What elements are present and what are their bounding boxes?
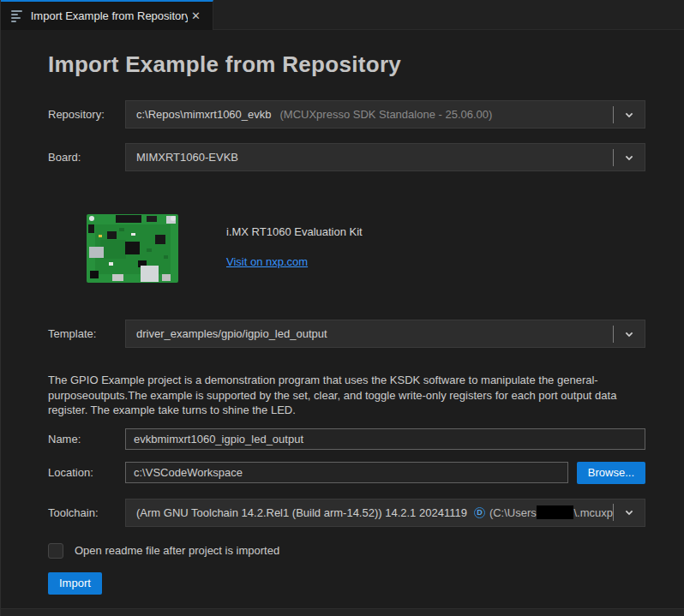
location-input[interactable] [125, 462, 568, 483]
chevron-down-icon[interactable] [614, 101, 645, 128]
board-row: Board: MIMXRT1060-EVKB [48, 143, 645, 171]
repository-dropdown-tail [613, 101, 645, 128]
template-dropdown-content: driver_examples/gpio/igpio_led_output [126, 327, 613, 340]
repository-row: Repository: c:\Repos\mimxrt1060_evkb (MC… [48, 100, 645, 129]
readme-checkbox-row: Open readme file after project is import… [48, 543, 645, 559]
name-input[interactable] [125, 428, 645, 450]
chevron-down-icon[interactable] [614, 320, 645, 347]
toolchain-path-prefix: (C:\Users [489, 506, 537, 519]
repository-dropdown-content: c:\Repos\mimxrt1060_evkb (MCUXpresso SDK… [126, 108, 613, 121]
location-field-wrap: Browse... [125, 462, 645, 484]
board-info: i.MX RT1060 Evaluation Kit Visit on nxp.… [226, 214, 363, 269]
readme-checkbox[interactable] [48, 543, 63, 559]
board-label: Board: [48, 151, 125, 164]
template-value: driver_examples/gpio/igpio_led_output [136, 327, 327, 340]
bottom-panel-edge [1, 608, 684, 616]
board-preview-section: i.MX RT1060 Evaluation Kit Visit on nxp.… [87, 214, 645, 283]
readme-checkbox-label: Open readme file after project is import… [75, 544, 279, 557]
board-dropdown-tail [613, 144, 645, 170]
name-label: Name: [48, 433, 125, 446]
import-form: Import Example from Repository Repositor… [1, 51, 684, 595]
toolchain-dropdown-tail [613, 499, 645, 526]
import-button[interactable]: Import [48, 572, 102, 595]
visit-nxp-link[interactable]: Visit on nxp.com [226, 255, 308, 268]
toolchain-dropdown[interactable]: (Arm GNU Toolchain 14.2.Rel1 (Build arm-… [125, 499, 645, 527]
tab-title: Import Example from Repository [31, 9, 188, 22]
board-dropdown-content: MIMXRT1060-EVKB [126, 151, 613, 164]
repository-label: Repository: [48, 108, 125, 121]
board-value: MIMXRT1060-EVKB [136, 151, 238, 164]
chevron-down-icon[interactable] [614, 499, 645, 526]
tab-bar-empty-space [213, 0, 684, 30]
template-row: Template: driver_examples/gpio/igpio_led… [48, 320, 645, 348]
location-row: Location: Browse... [48, 462, 645, 484]
tab-import-example[interactable]: Import Example from Repository ✕ [1, 0, 213, 30]
toolchain-value: (Arm GNU Toolchain 14.2.Rel1 (Build arm-… [136, 506, 467, 519]
repository-dropdown[interactable]: c:\Repos\mimxrt1060_evkb (MCUXpresso SDK… [125, 100, 645, 129]
toolchain-label: Toolchain: [48, 506, 125, 519]
repository-value: c:\Repos\mimxrt1060_evkb [136, 108, 272, 121]
chevron-down-icon[interactable] [614, 144, 645, 170]
browse-button[interactable]: Browse... [577, 462, 645, 484]
template-dropdown-tail [613, 320, 645, 347]
close-icon[interactable]: ✕ [188, 8, 204, 24]
toolchain-row: Toolchain: (Arm GNU Toolchain 14.2.Rel1 … [48, 499, 645, 527]
default-toolchain-badge-icon: D [474, 507, 485, 518]
name-row: Name: [48, 428, 645, 450]
list-lines-icon [11, 10, 24, 22]
redacted-username [537, 505, 574, 519]
import-example-panel: Import Example from Repository ✕ Import … [0, 0, 684, 616]
tab-bar: Import Example from Repository ✕ [1, 0, 684, 30]
repository-annotation: (MCUXpresso SDK Standalone - 25.06.00) [280, 108, 493, 121]
toolchain-dropdown-content: (Arm GNU Toolchain 14.2.Rel1 (Build arm-… [126, 505, 613, 519]
template-dropdown[interactable]: driver_examples/gpio/igpio_led_output [125, 320, 645, 348]
template-description: The GPIO Example project is a demonstrat… [48, 373, 645, 418]
template-label: Template: [48, 327, 125, 340]
location-label: Location: [48, 466, 125, 479]
board-image [87, 214, 178, 283]
toolchain-path-suffix: \.mcuxp [573, 506, 613, 519]
board-name: i.MX RT1060 Evaluation Kit [226, 225, 363, 238]
page-title: Import Example from Repository [48, 51, 645, 78]
board-dropdown[interactable]: MIMXRT1060-EVKB [125, 143, 645, 171]
